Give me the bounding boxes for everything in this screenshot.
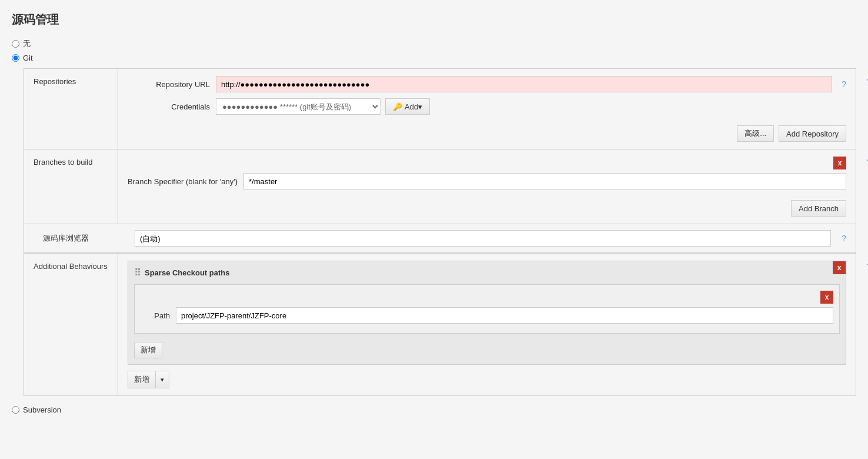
add-new-behaviour-button[interactable]: 新增 (128, 371, 155, 388)
new-behaviour-row: 新增 ▾ (128, 371, 846, 388)
behaviours-body: x ⠿ Sparse Checkout paths x (118, 254, 856, 395)
radio-git-label: Git (23, 54, 33, 62)
radio-none-input[interactable] (12, 40, 19, 48)
credentials-select[interactable]: ●●●●●●●●●●●● ****** (git账号及密码) (216, 98, 380, 115)
key-icon: 🔑 (393, 102, 402, 111)
repo-actions: 高级... Add Repository (128, 121, 846, 142)
add-credentials-label: Add▾ (405, 102, 422, 111)
repo-url-row: Repository URL ? (128, 76, 846, 92)
radio-subversion-input[interactable] (12, 406, 19, 414)
radio-git[interactable]: Git (12, 54, 856, 62)
repositories-body: Repository URL ? Credentials ●●●●●●●●●●●… (118, 69, 856, 149)
branches-section: Branches to build x Branch Specifier (bl… (24, 149, 856, 224)
behaviours-section: Additional Behaviours x ⠿ Sparse Checkou… (24, 253, 856, 395)
sparse-path-header: x (141, 291, 833, 304)
page-container: 源码管理 无 Git Repositories Repository URL ? (12, 12, 856, 414)
delete-branch-button[interactable]: x (833, 157, 846, 169)
branch-specifier-row: Branch Specifier (blank for 'any') (128, 173, 846, 189)
add-branch-button[interactable]: Add Branch (791, 200, 846, 217)
credentials-row: Credentials ●●●●●●●●●●●● ****** (git账号及密… (128, 98, 846, 115)
repositories-label: Repositories (24, 69, 118, 149)
repo-url-input[interactable] (216, 76, 832, 92)
browser-select[interactable]: (自动) (135, 230, 831, 247)
add-new-behaviour-dropdown-arrow[interactable]: ▾ (155, 371, 169, 388)
path-input[interactable] (176, 307, 833, 324)
add-new-path-button[interactable]: 新增 (134, 342, 162, 358)
add-repository-button[interactable]: Add Repository (779, 125, 846, 142)
repo-url-help-icon[interactable]: ? (842, 79, 846, 89)
add-credentials-button[interactable]: 🔑 Add▾ (385, 98, 430, 115)
delete-sparse-checkout-button[interactable]: x (833, 261, 846, 274)
browser-label: 源码库浏览器 (34, 233, 128, 244)
path-label: Path (141, 311, 170, 320)
advanced-button[interactable]: 高级... (737, 125, 774, 142)
credentials-controls: ●●●●●●●●●●●● ****** (git账号及密码) 🔑 Add▾ (216, 98, 430, 115)
browser-row: 源码库浏览器 (自动) ? (24, 224, 856, 253)
sparse-checkout-title-text: Sparse Checkout paths (145, 268, 230, 277)
sparse-checkout-box: x ⠿ Sparse Checkout paths x (128, 261, 846, 365)
radio-subversion-label: Subversion (23, 405, 61, 414)
sparse-checkout-title: ⠿ Sparse Checkout paths (134, 267, 230, 278)
radio-git-input[interactable] (12, 54, 19, 62)
behaviours-label: Additional Behaviours (24, 254, 118, 395)
scm-radio-group: 无 Git (12, 38, 856, 62)
git-panel: Repositories Repository URL ? Credential… (24, 68, 856, 396)
radio-none[interactable]: 无 (12, 38, 856, 49)
sparse-path-box: x Path (134, 284, 840, 334)
credentials-label: Credentials (128, 102, 210, 111)
branches-label: Branches to build (24, 149, 118, 224)
repositories-section: Repositories Repository URL ? Credential… (24, 69, 856, 149)
branch-specifier-label: Branch Specifier (blank for 'any') (128, 177, 238, 186)
branch-specifier-input[interactable] (243, 173, 846, 189)
branch-delete-header: x (128, 157, 846, 169)
branches-body: x Branch Specifier (blank for 'any') Add… (118, 149, 856, 224)
browser-help-icon[interactable]: ? (842, 234, 846, 243)
radio-subversion[interactable]: Subversion (12, 405, 856, 414)
subversion-row: Subversion (12, 405, 856, 414)
delete-path-button[interactable]: x (820, 291, 833, 304)
sparse-checkout-header: ⠿ Sparse Checkout paths (134, 267, 840, 278)
repo-url-label: Repository URL (128, 80, 210, 89)
page-title: 源码管理 (12, 12, 856, 28)
drag-handle-icon: ⠿ (134, 267, 141, 278)
path-form-row: Path (141, 307, 833, 324)
radio-none-label: 无 (23, 38, 31, 49)
